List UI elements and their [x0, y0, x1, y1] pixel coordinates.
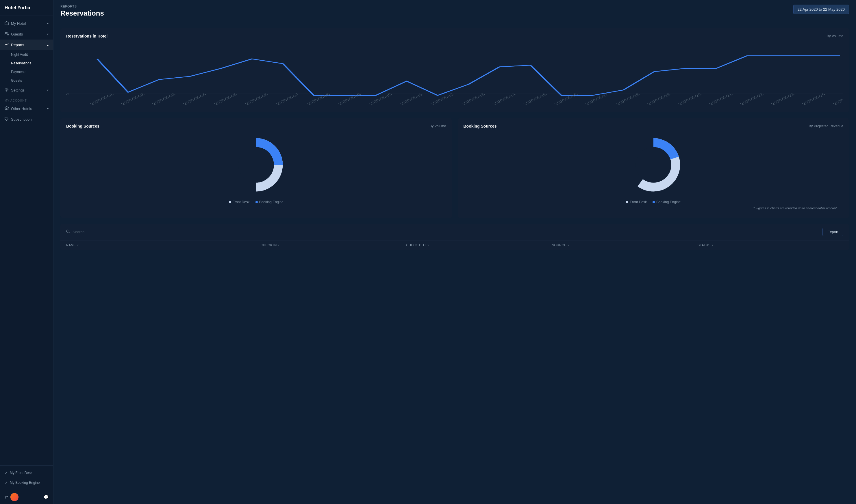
col-name-label: NAME — [66, 244, 76, 247]
booking-volume-title: Booking Sources — [66, 124, 99, 128]
front-desk-label-volume: Front Desk — [233, 200, 250, 204]
col-status[interactable]: STATUS ▾ — [698, 244, 843, 247]
svg-point-1 — [6, 89, 7, 90]
svg-text:2020-05-21: 2020-05-21 — [708, 93, 734, 105]
svg-text:2020-05-14: 2020-05-14 — [491, 93, 517, 105]
export-button[interactable]: Export — [822, 228, 843, 236]
sidebar-item-subscription[interactable]: Subscription — [0, 114, 53, 125]
line-chart: 0 2020-05-01 2020-05-02 2020-05-03 2020-… — [66, 43, 843, 107]
sort-icon-checkout: ▾ — [427, 244, 429, 247]
sidebar-item-my-hotel-label: My Hotel — [11, 21, 26, 26]
col-status-label: STATUS — [698, 244, 711, 247]
my-front-desk-button[interactable]: ↗ My Front Desk — [0, 468, 53, 478]
svg-text:2020-05-20: 2020-05-20 — [677, 93, 703, 105]
external-link-icon-2: ↗ — [5, 481, 7, 485]
layers-icon — [5, 106, 9, 111]
my-booking-engine-button[interactable]: ↗ My Booking Engine — [0, 478, 53, 488]
main-content: REPORTS Reservations 22 Apr 2020 to 22 M… — [53, 0, 856, 504]
home-icon — [5, 21, 9, 26]
reservations-chart-card: Reservations in Hotel By Volume 0 2020-0… — [61, 28, 849, 112]
col-source-label: SOURCE — [552, 244, 566, 247]
front-desk-dot-revenue — [626, 201, 628, 203]
booking-revenue-header: Booking Sources By Projected Revenue — [464, 124, 843, 128]
sidebar-item-reports[interactable]: Reports ▴ — [0, 39, 53, 50]
svg-text:2020-05-06: 2020-05-06 — [243, 93, 269, 105]
date-range-picker[interactable]: 22 Apr 2020 to 22 May 2020 — [793, 5, 849, 14]
sidebar-nav: My Hotel ▾ Guests ▾ Reports ▴ — [0, 16, 53, 465]
sidebar-item-guests-sub[interactable]: Guests — [11, 76, 53, 85]
search-icon — [66, 230, 70, 234]
booking-volume-label: By Volume — [429, 124, 446, 128]
sort-icon-checkin: ▾ — [278, 244, 280, 247]
col-check-in[interactable]: CHECK IN ▾ — [260, 244, 406, 247]
sidebar-item-payments[interactable]: Payments — [11, 68, 53, 76]
booking-revenue-title: Booking Sources — [464, 124, 497, 128]
page-title: Reservations — [61, 9, 104, 17]
reports-submenu: Night Audit Reservations Payments Guests — [0, 50, 53, 85]
table-toolbar: Export — [61, 224, 849, 240]
booking-revenue-card: Booking Sources By Projected Revenue Fro… — [458, 118, 849, 218]
main-header: REPORTS Reservations 22 Apr 2020 to 22 M… — [53, 0, 856, 22]
booking-revenue-donut: Front Desk Booking Engine — [464, 133, 843, 204]
reservations-table: Export NAME ▾ CHECK IN ▾ CHECK OUT ▾ SOU… — [61, 224, 849, 250]
sidebar-logo: Hotel Yorba — [0, 0, 53, 16]
sidebar-item-other-hotels[interactable]: Other Hotels ▾ — [0, 103, 53, 114]
svg-point-37 — [67, 230, 69, 232]
chevron-down-icon-settings: ▾ — [47, 89, 49, 92]
donut-charts-row: Booking Sources By Volume Front Desk — [61, 118, 849, 218]
sidebar-item-reports-label: Reports — [11, 43, 24, 47]
sidebar-footer: ⇄ 💬 — [0, 490, 53, 504]
svg-text:2020-05-09: 2020-05-09 — [336, 93, 362, 105]
gear-icon — [5, 88, 9, 93]
chevron-down-icon: ▾ — [47, 22, 49, 25]
sidebar-item-reservations[interactable]: Reservations — [11, 59, 53, 68]
svg-text:2020-05-08: 2020-05-08 — [305, 93, 331, 105]
external-link-icon: ↗ — [5, 471, 7, 475]
booking-engine-label-revenue: Booking Engine — [656, 200, 681, 204]
svg-point-3 — [5, 118, 6, 118]
chevron-down-icon-guests: ▾ — [47, 33, 49, 36]
svg-text:2020-05-22: 2020-05-22 — [739, 93, 765, 105]
search-input[interactable] — [72, 230, 119, 234]
svg-point-0 — [5, 32, 7, 34]
sort-icon-source: ▾ — [568, 244, 569, 247]
booking-volume-card: Booking Sources By Volume Front Desk — [61, 118, 452, 218]
svg-text:2020-05-02: 2020-05-02 — [120, 93, 145, 105]
main-content-area: Reservations in Hotel By Volume 0 2020-0… — [53, 22, 856, 256]
my-front-desk-label: My Front Desk — [10, 471, 32, 475]
svg-text:2020-05-10: 2020-05-10 — [367, 93, 393, 105]
sort-icon-name: ▾ — [77, 244, 79, 247]
booking-engine-label-volume: Booking Engine — [259, 200, 284, 204]
donut-svg-volume — [224, 133, 288, 197]
svg-point-36 — [635, 147, 671, 182]
swap-icon[interactable]: ⇄ — [5, 495, 8, 499]
svg-text:2020-05-16: 2020-05-16 — [553, 93, 579, 105]
chart-label: By Volume — [827, 34, 843, 38]
col-check-out[interactable]: CHECK OUT ▾ — [406, 244, 552, 247]
sidebar-item-settings[interactable]: Settings ▾ — [0, 85, 53, 95]
sidebar-item-night-audit[interactable]: Night Audit — [11, 50, 53, 59]
sort-icon-status: ▾ — [712, 244, 714, 247]
col-source[interactable]: SOURCE ▾ — [552, 244, 698, 247]
chevron-up-icon: ▴ — [47, 43, 49, 47]
chat-icon[interactable]: 💬 — [44, 495, 49, 499]
col-check-in-label: CHECK IN — [260, 244, 277, 247]
svg-text:2020-05-13: 2020-05-13 — [460, 93, 486, 105]
svg-text:2020-05-11: 2020-05-11 — [398, 93, 424, 105]
chevron-down-icon-other: ▾ — [47, 107, 49, 110]
line-chart-svg: 0 2020-05-01 2020-05-02 2020-05-03 2020-… — [66, 43, 843, 107]
donut-volume-legend: Front Desk Booking Engine — [229, 200, 284, 204]
sidebar-item-guests[interactable]: Guests ▾ — [0, 29, 53, 39]
front-desk-label-revenue: Front Desk — [630, 200, 647, 204]
sidebar-item-my-hotel[interactable]: My Hotel ▾ — [0, 18, 53, 29]
donut-svg-revenue — [622, 133, 685, 197]
booking-engine-dot-revenue — [653, 201, 655, 203]
tag-icon — [5, 117, 9, 122]
my-booking-engine-label: My Booking Engine — [10, 481, 39, 485]
svg-text:0: 0 — [66, 93, 69, 96]
front-desk-dot-volume — [229, 201, 231, 203]
svg-text:2020-05-12: 2020-05-12 — [429, 93, 455, 105]
chart-title: Reservations in Hotel — [66, 34, 107, 38]
col-name[interactable]: NAME ▾ — [66, 244, 260, 247]
sidebar-item-guests-label: Guests — [11, 32, 23, 36]
